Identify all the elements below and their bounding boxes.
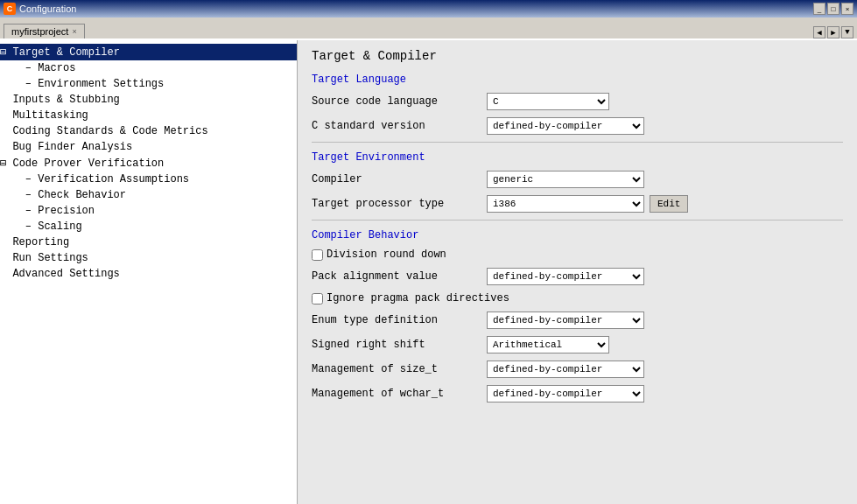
ignore-pragma-label: Ignore pragma pack directives <box>327 292 509 304</box>
tab-label: myfirstproject <box>11 26 68 37</box>
app-icon: C <box>4 3 16 15</box>
pack-alignment-row: Pack alignment value defined-by-compiler <box>312 266 843 287</box>
division-round-down-row: Division round down <box>312 247 843 262</box>
tree-item-env-settings[interactable]: – Environment Settings <box>0 76 297 92</box>
compiler-select[interactable]: generic <box>487 171 644 188</box>
edit-button[interactable]: Edit <box>650 195 688 213</box>
tab-myfirstproject[interactable]: myfirstproject × <box>4 24 85 38</box>
tree-label-target-compiler: ⊟ Target & Compiler <box>0 46 120 59</box>
main-layout: ⊟ Target & Compiler – Macros – Environme… <box>0 40 857 504</box>
tree-item-run-settings[interactable]: Run Settings <box>0 250 297 266</box>
tree-label-scaling: – Scaling <box>0 220 82 233</box>
tree-label-check-behavior: – Check Behavior <box>0 189 126 201</box>
pack-alignment-label: Pack alignment value <box>312 270 487 283</box>
source-code-language-label: Source code language <box>312 95 487 108</box>
tree-label-code-prover: ⊟ Code Prover Verification <box>0 158 164 170</box>
compiler-label: Compiler <box>312 173 487 186</box>
tree-label-multitasking: Multitasking <box>0 109 88 122</box>
tree-item-advanced-settings[interactable]: Advanced Settings <box>0 266 297 282</box>
tree-panel: ⊟ Target & Compiler – Macros – Environme… <box>0 40 298 504</box>
c-standard-label: C standard version <box>312 120 487 132</box>
section-compiler-behavior: Compiler Behavior <box>312 229 843 242</box>
close-button[interactable]: × <box>841 3 853 15</box>
enum-type-label: Enum type definition <box>312 314 487 326</box>
enum-type-select[interactable]: defined-by-compiler <box>487 312 644 329</box>
compiler-row: Compiler generic <box>312 169 843 190</box>
tree-label-macros: – Macros <box>0 62 75 74</box>
panel-title: Target & Compiler <box>312 49 843 63</box>
section-divider-1 <box>312 142 843 143</box>
enum-type-row: Enum type definition defined-by-compiler <box>312 310 843 331</box>
tab-bar: myfirstproject × ◀ ▶ ▼ <box>0 18 857 40</box>
section-target-language: Target Language <box>312 74 843 86</box>
pack-alignment-select[interactable]: defined-by-compiler <box>487 268 644 285</box>
c-standard-select[interactable]: defined-by-compiler <box>487 117 644 135</box>
tree-label-coding-standards: Coding Standards & Code Metrics <box>0 125 208 137</box>
tree-item-precision[interactable]: – Precision <box>0 203 297 219</box>
signed-right-shift-label: Signed right shift <box>312 339 487 351</box>
management-size-t-row: Management of size_t defined-by-compiler <box>312 359 843 380</box>
tree-label-env-settings: – Environment Settings <box>0 78 164 90</box>
content-panel: Target & Compiler Target Language Source… <box>298 40 857 504</box>
division-round-down-checkbox[interactable] <box>312 249 323 261</box>
maximize-button[interactable]: □ <box>827 3 839 15</box>
division-round-down-label: Division round down <box>327 248 446 261</box>
signed-right-shift-row: Signed right shift Arithmetical <box>312 334 843 355</box>
tree-item-reporting[interactable]: Reporting <box>0 234 297 250</box>
tree-label-precision: – Precision <box>0 205 95 217</box>
window-controls: _ □ × <box>813 3 853 15</box>
c-standard-row: C standard version defined-by-compiler <box>312 116 843 136</box>
tree-item-macros[interactable]: – Macros <box>0 60 297 76</box>
tree-label-run-settings: Run Settings <box>0 252 88 264</box>
tree-label-advanced-settings: Advanced Settings <box>0 268 120 280</box>
tree-label-inputs-stubbing: Inputs & Stubbing <box>0 94 120 106</box>
ignore-pragma-checkbox[interactable] <box>312 293 323 304</box>
section-target-environment: Target Environment <box>312 151 843 164</box>
tree-item-code-prover[interactable]: ⊟ Code Prover Verification <box>0 155 297 172</box>
management-size-t-label: Management of size_t <box>312 363 487 375</box>
management-wchar-t-row: Management of wchar_t defined-by-compile… <box>312 383 843 404</box>
title-bar: C Configuration _ □ × <box>0 0 857 18</box>
signed-right-shift-select[interactable]: Arithmetical <box>487 336 609 354</box>
tree-item-multitasking[interactable]: Multitasking <box>0 108 297 123</box>
target-processor-row: Target processor type i386 Edit <box>312 193 843 214</box>
tree-label-verification-assumptions: – Verification Assumptions <box>0 173 189 186</box>
tab-navigation: ◀ ▶ ▼ <box>813 26 857 38</box>
tree-item-verification-assumptions[interactable]: – Verification Assumptions <box>0 172 297 187</box>
target-processor-label: Target processor type <box>312 198 487 210</box>
ignore-pragma-row: Ignore pragma pack directives <box>312 290 843 306</box>
nav-menu-button[interactable]: ▼ <box>841 26 853 38</box>
window-title: Configuration <box>19 4 813 14</box>
target-processor-select[interactable]: i386 <box>487 195 644 213</box>
source-code-language-row: Source code language C <box>312 91 843 112</box>
tree-item-scaling[interactable]: – Scaling <box>0 219 297 234</box>
tree-label-reporting: Reporting <box>0 236 69 248</box>
management-size-t-select[interactable]: defined-by-compiler <box>487 360 644 378</box>
nav-back-button[interactable]: ◀ <box>813 26 825 38</box>
section-divider-2 <box>312 220 843 220</box>
tree-item-check-behavior[interactable]: – Check Behavior <box>0 187 297 203</box>
tree-item-inputs-stubbing[interactable]: Inputs & Stubbing <box>0 92 297 108</box>
nav-forward-button[interactable]: ▶ <box>827 26 839 38</box>
tree-label-bug-finder: Bug Finder Analysis <box>0 141 132 153</box>
tab-close-icon[interactable]: × <box>72 27 76 36</box>
tree-item-target-compiler[interactable]: ⊟ Target & Compiler <box>0 44 297 60</box>
tree-item-bug-finder[interactable]: Bug Finder Analysis <box>0 139 297 155</box>
management-wchar-t-select[interactable]: defined-by-compiler <box>487 385 644 402</box>
source-code-language-select[interactable]: C <box>487 93 609 110</box>
management-wchar-t-label: Management of wchar_t <box>312 388 487 400</box>
tree-item-coding-standards[interactable]: Coding Standards & Code Metrics <box>0 123 297 139</box>
minimize-button[interactable]: _ <box>813 3 825 15</box>
